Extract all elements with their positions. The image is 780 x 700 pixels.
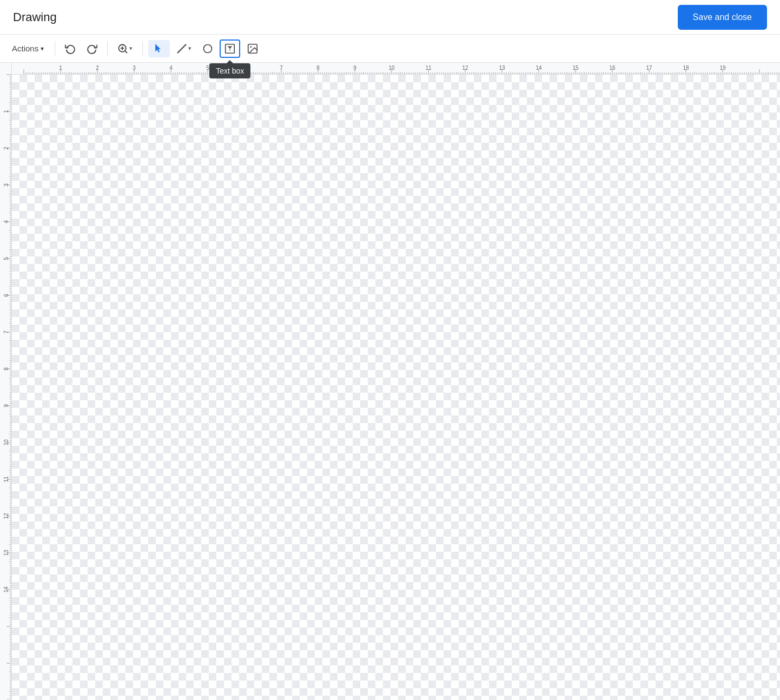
line-button[interactable]: ▾ [172, 40, 196, 57]
drawing-canvas[interactable] [12, 75, 780, 700]
redo-button[interactable] [82, 40, 102, 57]
svg-text:6: 6 [3, 294, 9, 297]
svg-text:11: 11 [3, 476, 9, 483]
svg-text:3: 3 [3, 183, 9, 187]
actions-menu-button[interactable]: Actions ▾ [6, 41, 49, 56]
svg-text:19: 19 [719, 65, 726, 71]
svg-text:6: 6 [243, 65, 246, 71]
undo-button[interactable] [61, 40, 80, 57]
vertical-ruler: 1234567891011121314 [0, 63, 12, 700]
zoom-button[interactable]: ▾ [113, 40, 137, 57]
image-icon [247, 43, 259, 55]
svg-text:12: 12 [462, 65, 468, 71]
svg-text:15: 15 [572, 65, 579, 71]
svg-text:16: 16 [609, 65, 616, 71]
svg-text:4: 4 [169, 65, 173, 71]
save-close-button[interactable]: Save and close [678, 5, 767, 30]
textbox-button[interactable]: T [220, 39, 240, 58]
svg-text:18: 18 [683, 65, 689, 71]
line-icon [176, 43, 187, 54]
svg-text:7: 7 [280, 65, 283, 71]
undo-icon [65, 43, 76, 54]
header: Drawing Save and close [0, 0, 780, 35]
svg-text:5: 5 [206, 65, 209, 71]
toolbar-divider-3 [142, 41, 143, 56]
redo-icon [87, 43, 97, 54]
actions-label: Actions [12, 44, 38, 53]
svg-line-4 [178, 44, 186, 52]
vertical-ruler-svg: 1234567891011121314 [0, 63, 12, 700]
svg-point-5 [204, 44, 212, 52]
page-title: Drawing [13, 10, 57, 24]
svg-text:5: 5 [3, 257, 9, 260]
svg-text:9: 9 [3, 404, 9, 407]
canvas-area: 1234567891011121314 12345678910111213141… [0, 63, 780, 700]
svg-text:7: 7 [3, 331, 9, 334]
select-button[interactable] [148, 40, 170, 57]
svg-text:T: T [229, 47, 232, 52]
shape-icon [202, 43, 213, 54]
svg-text:10: 10 [3, 439, 9, 446]
svg-line-1 [125, 50, 127, 52]
cursor-icon [154, 43, 164, 54]
toolbar: Actions ▾ ▾ [0, 35, 780, 63]
svg-text:1: 1 [3, 110, 9, 113]
svg-text:3: 3 [133, 65, 136, 71]
svg-text:17: 17 [646, 65, 652, 71]
horizontal-ruler: 12345678910111213141516171819 [12, 63, 780, 75]
svg-text:12: 12 [3, 513, 9, 519]
svg-text:14: 14 [3, 586, 9, 593]
svg-text:8: 8 [316, 65, 320, 71]
zoom-icon [117, 43, 128, 54]
svg-point-12 [250, 46, 252, 48]
svg-text:13: 13 [499, 65, 505, 71]
chevron-down-icon: ▾ [41, 45, 44, 52]
svg-text:2: 2 [3, 147, 9, 150]
svg-text:14: 14 [536, 65, 542, 71]
zoom-dropdown-arrow: ▾ [129, 45, 133, 52]
textbox-container: T Text box [220, 39, 240, 58]
image-button[interactable] [242, 39, 263, 58]
svg-text:8: 8 [3, 367, 9, 371]
horizontal-ruler-svg: 12345678910111213141516171819 [12, 63, 780, 75]
svg-text:1: 1 [59, 65, 62, 71]
svg-text:2: 2 [96, 65, 99, 71]
textbox-icon: T [224, 43, 236, 55]
svg-text:9: 9 [353, 65, 356, 71]
ruler-h-container: 12345678910111213141516171819 [12, 63, 780, 700]
toolbar-divider-1 [55, 41, 55, 56]
line-dropdown-arrow: ▾ [188, 45, 191, 52]
svg-text:10: 10 [388, 65, 395, 71]
toolbar-divider-2 [107, 41, 108, 56]
svg-text:4: 4 [3, 220, 9, 223]
svg-text:13: 13 [3, 550, 9, 556]
shape-button[interactable] [198, 40, 217, 57]
svg-text:11: 11 [425, 65, 432, 71]
